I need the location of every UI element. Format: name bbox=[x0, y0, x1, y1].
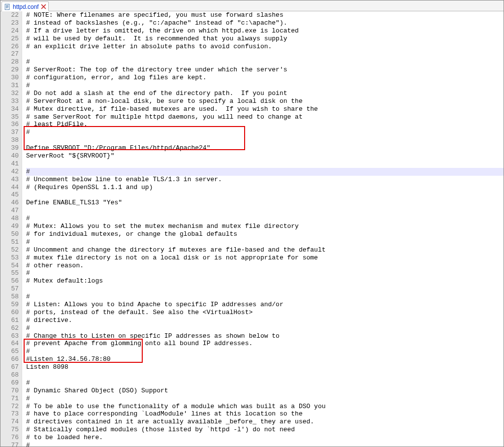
code-line[interactable]: # bbox=[26, 348, 504, 355]
line-number: 75 bbox=[0, 426, 19, 434]
code-line[interactable]: # Mutex default:logs bbox=[26, 277, 504, 285]
code-line[interactable]: # Mutex directive, if file-based mutexes… bbox=[26, 105, 504, 113]
code-line[interactable]: # for individual mutexes, or change the … bbox=[26, 230, 504, 238]
code-line[interactable]: Define SRVROOT "D:/Program Files/httpd/A… bbox=[26, 144, 504, 152]
code-line[interactable]: # same ServerRoot for multiple httpd dae… bbox=[26, 113, 504, 121]
line-number: 70 bbox=[0, 387, 19, 395]
line-number: 32 bbox=[0, 90, 19, 97]
code-line[interactable] bbox=[26, 160, 504, 168]
line-number: 36 bbox=[0, 121, 19, 128]
line-number: 38 bbox=[0, 136, 19, 144]
code-line[interactable] bbox=[26, 50, 504, 58]
code-line[interactable]: # If a drive letter is omitted, the driv… bbox=[26, 27, 504, 35]
code-line[interactable]: # prevent Apache from glomming onto all … bbox=[26, 340, 504, 348]
code-line[interactable]: # bbox=[26, 168, 504, 176]
code-line[interactable]: # bbox=[26, 324, 504, 332]
code-line[interactable] bbox=[26, 207, 504, 215]
code-line[interactable]: # bbox=[26, 379, 504, 387]
code-line[interactable]: ServerRoot "${SRVROOT}" bbox=[26, 152, 504, 160]
close-icon[interactable] bbox=[41, 4, 46, 9]
code-line[interactable]: # bbox=[26, 128, 504, 136]
code-line[interactable]: # (Requires OpenSSL 1.1.1 and up) bbox=[26, 184, 504, 192]
editor-window: httpd.conf 22232425262728293031323334353… bbox=[0, 0, 504, 447]
code-line[interactable]: Define ENABLE_TLS13 "Yes" bbox=[26, 199, 504, 207]
code-line[interactable]: # least PidFile. bbox=[26, 121, 504, 128]
code-line[interactable]: # ServerRoot: The top of the directory t… bbox=[26, 66, 504, 74]
code-line[interactable]: # directive. bbox=[26, 317, 504, 324]
line-number: 62 bbox=[0, 324, 19, 332]
line-number: 26 bbox=[0, 43, 19, 51]
code-line[interactable]: # Listen: Allows you to bind Apache to s… bbox=[26, 301, 504, 309]
file-icon bbox=[4, 3, 11, 10]
code-line[interactable] bbox=[26, 371, 504, 379]
line-number: 39 bbox=[0, 144, 19, 152]
code-line[interactable]: # directives contained in it are actuall… bbox=[26, 418, 504, 426]
line-number: 76 bbox=[0, 434, 19, 442]
line-number: 72 bbox=[0, 403, 19, 411]
line-number: 43 bbox=[0, 176, 19, 184]
code-line[interactable]: #Listen 12.34.56.78:80 bbox=[26, 355, 504, 363]
code-line[interactable]: # Uncomment and change the directory if … bbox=[26, 246, 504, 254]
line-number: 30 bbox=[0, 74, 19, 82]
line-number: 64 bbox=[0, 340, 19, 348]
line-number: 61 bbox=[0, 317, 19, 324]
code-line[interactable]: # bbox=[26, 238, 504, 246]
code-line[interactable]: # Dynamic Shared Object (DSO) Support bbox=[26, 387, 504, 395]
line-number: 31 bbox=[0, 82, 19, 90]
code-line[interactable]: # bbox=[26, 293, 504, 301]
code-line[interactable]: # Do not add a slash at the end of the d… bbox=[26, 90, 504, 97]
code-line[interactable]: # mutex file directory is not on a local… bbox=[26, 254, 504, 262]
code-line[interactable]: # bbox=[26, 269, 504, 277]
code-line[interactable]: # instead of backslashes (e.g., "c:/apac… bbox=[26, 19, 504, 27]
line-number: 50 bbox=[0, 230, 19, 238]
line-number: 23 bbox=[0, 19, 19, 27]
code-line[interactable]: # will be used by default. It is recomme… bbox=[26, 35, 504, 43]
line-number: 65 bbox=[0, 348, 19, 355]
line-number: 57 bbox=[0, 285, 19, 293]
line-number: 35 bbox=[0, 113, 19, 121]
code-line[interactable]: Listen 8098 bbox=[26, 363, 504, 371]
line-number: 48 bbox=[0, 215, 19, 223]
code-line[interactable]: # an explicit drive letter in absolute p… bbox=[26, 43, 504, 51]
tab-title: httpd.conf bbox=[13, 3, 39, 10]
file-tab[interactable]: httpd.conf bbox=[1, 1, 49, 11]
line-number: 59 bbox=[0, 301, 19, 309]
code-line[interactable] bbox=[26, 191, 504, 199]
code-line[interactable] bbox=[26, 285, 504, 293]
code-line[interactable]: # Mutex: Allows you to set the mutex mec… bbox=[26, 223, 504, 230]
code-line[interactable]: # configuration, error, and log files ar… bbox=[26, 74, 504, 82]
line-number: 47 bbox=[0, 207, 19, 215]
line-number: 27 bbox=[0, 50, 19, 58]
code-line[interactable]: # bbox=[26, 395, 504, 403]
line-number: 33 bbox=[0, 97, 19, 105]
code-line[interactable]: # ServerRoot at a non-local disk, be sur… bbox=[26, 97, 504, 105]
code-line[interactable]: # other reason. bbox=[26, 262, 504, 270]
line-number: 40 bbox=[0, 152, 19, 160]
line-number: 22 bbox=[0, 11, 19, 19]
code-line[interactable]: # to be loaded here. bbox=[26, 434, 504, 442]
line-number: 67 bbox=[0, 363, 19, 371]
code-line[interactable]: # NOTE: Where filenames are specified, y… bbox=[26, 11, 504, 19]
line-number: 42 bbox=[0, 168, 19, 176]
code-line[interactable]: # bbox=[26, 58, 504, 66]
code-editor[interactable]: 2223242526272829303132333435363738394041… bbox=[0, 11, 504, 447]
line-number: 56 bbox=[0, 277, 19, 285]
code-line[interactable]: # Change this to Listen on specific IP a… bbox=[26, 332, 504, 340]
code-line[interactable]: # Statically compiled modules (those lis… bbox=[26, 426, 504, 434]
code-line[interactable]: # Uncomment below line to enable TLS/1.3… bbox=[26, 176, 504, 184]
code-line[interactable]: # bbox=[26, 442, 504, 447]
code-line[interactable] bbox=[26, 136, 504, 144]
code-area[interactable]: # NOTE: Where filenames are specified, y… bbox=[22, 11, 504, 447]
line-number: 49 bbox=[0, 223, 19, 230]
code-line[interactable]: # ports, instead of the default. See als… bbox=[26, 309, 504, 317]
code-line[interactable]: # have to place corresponding `LoadModul… bbox=[26, 410, 504, 418]
line-number: 46 bbox=[0, 199, 19, 207]
code-line[interactable]: # bbox=[26, 82, 504, 90]
line-number: 37 bbox=[0, 128, 19, 136]
tab-bar: httpd.conf bbox=[0, 0, 504, 11]
line-number: 55 bbox=[0, 269, 19, 277]
code-line[interactable]: # To be able to use the functionality of… bbox=[26, 403, 504, 411]
line-number: 45 bbox=[0, 191, 19, 199]
code-line[interactable]: # bbox=[26, 215, 504, 223]
line-number: 51 bbox=[0, 238, 19, 246]
